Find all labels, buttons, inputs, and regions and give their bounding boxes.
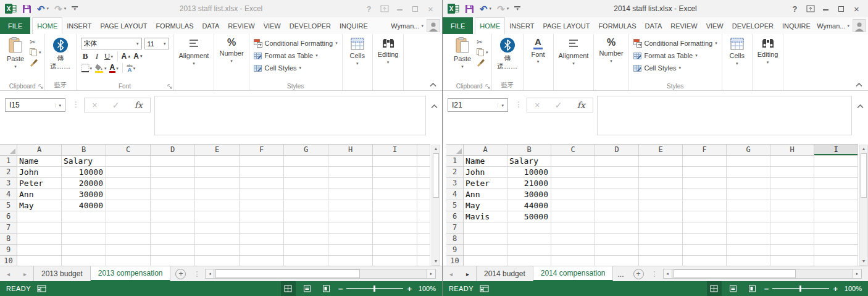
undo-dropdown-caret[interactable]: ▾ [490,6,492,11]
paste-button[interactable]: Paste ▾ [2,36,28,70]
normal-view-icon[interactable] [281,281,296,296]
grid-cell[interactable] [240,211,284,222]
grid-cell[interactable] [195,156,240,167]
grid-cell[interactable] [240,178,284,189]
grid-cell[interactable] [507,234,551,245]
grid-cell[interactable] [639,222,683,234]
paste-button[interactable]: Paste ▾ [449,36,475,70]
row-header-6[interactable]: 6 [446,211,464,222]
cells-button[interactable]: Cells ▾ [724,36,750,67]
grid-cell[interactable] [240,156,284,167]
horizontal-scroll-thumb[interactable] [215,269,360,278]
ribbon-tab-file[interactable]: FILE [0,17,30,34]
column-header-C[interactable]: C [551,145,595,156]
grid-cell[interactable] [195,211,240,222]
underline-button[interactable]: U▾ [104,51,114,61]
name-box[interactable]: I15 ▾ [5,98,65,112]
scroll-up-icon[interactable]: ▲ [862,146,866,152]
column-header-H[interactable]: H [770,145,814,156]
enter-icon[interactable]: ✓ [112,100,120,110]
format-painter-icon[interactable] [30,59,38,67]
grid-cell[interactable]: May [17,200,62,211]
grid-cell[interactable]: 30000 [507,189,551,200]
grid-cell[interactable] [551,222,595,234]
grid-cell[interactable] [373,156,417,167]
grid-cell[interactable] [195,245,240,256]
grid-cell[interactable] [727,245,770,256]
grid-cell[interactable] [17,245,62,256]
ribbon-tab-developer[interactable]: DEVELOPER [285,17,335,34]
row-header-9[interactable]: 9 [0,245,17,256]
zoom-level[interactable]: 100% [416,285,436,292]
grid-cell[interactable] [814,167,858,178]
grid-cell[interactable] [240,189,284,200]
column-header-I[interactable]: I [373,145,417,156]
page-break-preview-icon[interactable] [745,281,760,296]
clipboard-dialog-launcher-icon[interactable] [485,84,490,89]
grid-cell[interactable] [595,178,639,189]
ribbon-tab-file[interactable]: FILE [443,17,473,34]
grid-cell[interactable]: John [17,167,62,178]
grid-cell[interactable] [639,234,683,245]
grid-cell[interactable] [727,222,770,234]
cells-button[interactable]: Cells ▾ [344,36,370,67]
grid-cell[interactable] [373,222,417,234]
grid-cell[interactable] [240,200,284,211]
sheet-nav-next-icon[interactable]: ▸ [17,266,33,281]
grid-cell[interactable] [62,234,106,245]
enter-icon[interactable]: ✓ [555,100,562,110]
grid-cell[interactable]: John [464,167,507,178]
ribbon-tab-view[interactable]: VIEW [259,17,285,34]
grid-cell[interactable] [683,234,727,245]
column-header-E[interactable]: E [639,145,683,156]
grid-cell[interactable] [814,178,858,189]
zoom-in-icon[interactable]: + [833,284,838,294]
grid-cell[interactable] [683,245,727,256]
grid-cell[interactable] [151,234,195,245]
grid-cell[interactable] [551,234,595,245]
grid-cell[interactable] [240,234,284,245]
grid-cell[interactable] [373,245,417,256]
grid-cell[interactable]: Mavis [464,211,507,222]
page-break-preview-icon[interactable] [319,281,334,296]
grid-cell[interactable] [507,222,551,234]
sheet-tab[interactable]: 2013 budget [33,266,91,281]
grid-cell[interactable] [551,167,595,178]
grid-cell[interactable] [814,156,858,167]
minimize-icon[interactable] [392,2,407,15]
ribbon-tab-formulas[interactable]: FORMULAS [594,17,640,34]
sheet-tab[interactable]: 2014 compensation [533,266,614,281]
row-header-8[interactable]: 8 [446,234,464,245]
grid-cell[interactable] [106,211,151,222]
save-icon[interactable] [22,4,31,14]
maximize-icon[interactable] [833,2,849,15]
page-layout-view-icon[interactable] [726,281,741,296]
grid-cell[interactable] [683,189,727,200]
help-icon[interactable]: ? [787,2,803,15]
column-header-D[interactable]: D [151,145,195,156]
cancel-icon[interactable]: × [535,100,540,110]
sheet-tab[interactable]: 2013 compensation [91,266,171,281]
grid-cell[interactable] [284,156,328,167]
vertical-scrollbar[interactable]: ▲ ▼ [859,145,868,266]
grid-cell[interactable] [770,178,814,189]
excel-logo-icon[interactable]: X [5,3,17,14]
zoom-slider-handle[interactable] [799,285,801,292]
close-icon[interactable]: × [849,2,864,15]
grid-cell[interactable] [727,234,770,245]
grid-cell[interactable] [328,200,373,211]
italic-button[interactable]: I [93,51,102,61]
grid-cell[interactable] [551,200,595,211]
grid-cell[interactable]: Peter [464,178,507,189]
column-header-G[interactable]: G [284,145,328,156]
grid-cell[interactable] [17,211,62,222]
redo-icon[interactable]: ↷ [497,4,505,14]
grid-cell[interactable] [770,222,814,234]
grid-cell[interactable] [106,189,151,200]
grid-cell[interactable] [639,245,683,256]
grid-cell[interactable] [727,178,770,189]
grid-cell[interactable]: 21000 [507,178,551,189]
grid-cell[interactable] [151,245,195,256]
grid-cell[interactable] [595,222,639,234]
format-as-table-button[interactable]: Format as Table ▾ [633,49,717,61]
